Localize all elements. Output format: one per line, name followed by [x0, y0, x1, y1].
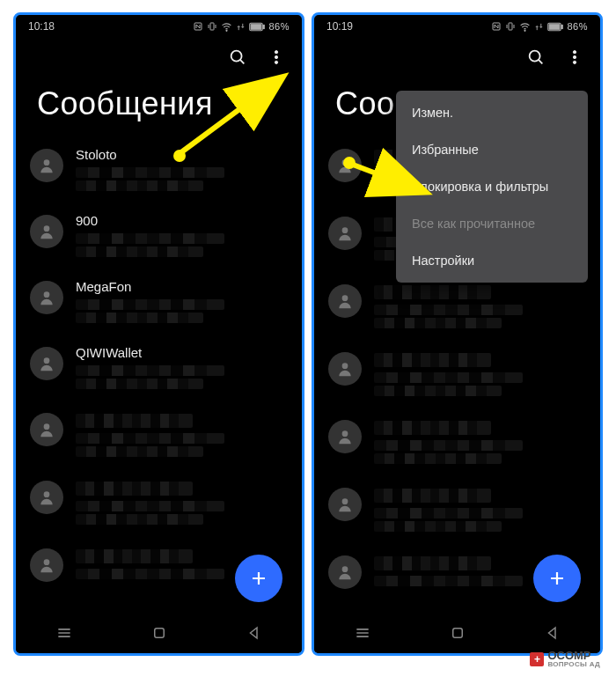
blurred-preview [76, 433, 224, 444]
message-row[interactable]: MegaFon [25, 270, 293, 336]
blurred-sender [374, 421, 491, 435]
app-bar [314, 38, 600, 77]
app-bar [16, 38, 302, 77]
blurred-preview [76, 514, 203, 525]
svg-rect-31 [561, 25, 562, 28]
blurred-preview [374, 453, 502, 464]
menu-item-favorites[interactable]: Избранные [396, 131, 588, 168]
blurred-preview [374, 576, 523, 586]
blurred-preview [76, 299, 224, 310]
blurred-preview [374, 386, 502, 396]
svg-point-11 [44, 159, 50, 165]
message-row[interactable] [25, 402, 293, 470]
svg-point-15 [44, 423, 50, 430]
blurred-preview [76, 569, 224, 579]
status-bar: 10:19 86% [314, 15, 600, 38]
battery-percent: 86% [268, 21, 290, 32]
menu-item-block-filters[interactable]: Блокировка и фильтры [396, 168, 588, 205]
mobile-data-icon [236, 22, 246, 32]
svg-point-10 [275, 61, 277, 63]
blurred-sender [76, 482, 193, 496]
message-row[interactable] [323, 477, 591, 545]
blurred-sender [76, 549, 193, 563]
blurred-preview [76, 233, 224, 244]
avatar [30, 347, 63, 380]
phone-left: 10:18 86% Сообщения Stoloto [13, 12, 304, 656]
blurred-preview [76, 379, 203, 389]
compose-fab[interactable] [533, 555, 581, 602]
avatar [328, 555, 362, 589]
svg-rect-23 [155, 629, 165, 638]
search-icon[interactable] [526, 48, 546, 67]
avatar [328, 284, 362, 318]
nav-home-icon[interactable] [151, 625, 167, 644]
message-row[interactable] [323, 342, 591, 409]
battery-icon [249, 22, 265, 32]
nfc-icon [193, 21, 203, 32]
watermark-sub: ВОПРОСЫ АД [547, 661, 600, 668]
svg-point-34 [573, 51, 576, 54]
status-time: 10:19 [326, 20, 353, 33]
svg-point-39 [342, 295, 348, 301]
avatar [328, 488, 362, 521]
compose-fab[interactable] [235, 555, 282, 602]
message-row[interactable]: 900 [25, 204, 293, 270]
more-icon[interactable] [267, 48, 286, 67]
svg-rect-30 [550, 24, 561, 29]
avatar [30, 481, 63, 514]
menu-item-edit[interactable]: Измен. [396, 94, 588, 131]
svg-line-33 [539, 60, 542, 63]
blurred-sender [76, 414, 193, 428]
menu-item-settings[interactable]: Настройки [396, 242, 588, 279]
status-bar: 10:18 86% [16, 15, 302, 38]
svg-point-32 [530, 51, 540, 62]
svg-point-37 [342, 159, 348, 165]
nav-recent-icon[interactable] [354, 624, 371, 645]
message-row[interactable]: Stoloto [25, 138, 293, 204]
svg-point-42 [342, 498, 348, 504]
avatar [328, 149, 362, 182]
blurred-preview [76, 501, 224, 511]
blurred-preview [76, 246, 203, 257]
message-row[interactable] [323, 409, 591, 477]
svg-point-13 [44, 291, 50, 298]
blurred-preview [76, 365, 224, 376]
avatar [30, 281, 63, 314]
svg-point-2 [226, 30, 227, 31]
message-row[interactable]: QIWIWallet [25, 336, 293, 402]
svg-rect-5 [263, 25, 264, 28]
overflow-menu: Измен. Избранные Блокировка и фильтры Вс… [396, 91, 588, 283]
nav-back-icon[interactable] [246, 625, 262, 644]
avatar [328, 217, 362, 250]
menu-item-mark-read[interactable]: Все как прочитанное [396, 205, 588, 242]
svg-rect-27 [509, 23, 512, 30]
svg-point-12 [44, 225, 50, 232]
vibrate-icon [505, 21, 516, 32]
blurred-preview [374, 305, 523, 315]
more-icon[interactable] [565, 48, 584, 67]
avatar [30, 149, 63, 182]
blurred-preview [374, 318, 502, 328]
nav-recent-icon[interactable] [55, 624, 73, 645]
svg-point-43 [342, 566, 348, 572]
sender-name: 900 [76, 213, 288, 228]
nav-back-icon[interactable] [545, 625, 561, 644]
svg-point-40 [342, 363, 348, 369]
avatar [30, 548, 63, 582]
nav-bar [314, 616, 600, 653]
status-icons: 86% [491, 21, 588, 33]
nav-bar [16, 616, 302, 653]
mobile-data-icon [534, 22, 544, 32]
blurred-sender [374, 285, 491, 299]
svg-point-38 [342, 227, 348, 233]
svg-point-9 [275, 55, 277, 58]
svg-point-6 [231, 51, 242, 62]
message-row[interactable] [25, 470, 293, 538]
blurred-sender [374, 556, 491, 570]
nav-home-icon[interactable] [450, 625, 466, 644]
search-icon[interactable] [228, 48, 247, 67]
svg-rect-49 [453, 629, 463, 638]
watermark-badge-icon: + [530, 652, 544, 666]
message-row[interactable] [323, 274, 591, 342]
avatar [328, 420, 362, 453]
